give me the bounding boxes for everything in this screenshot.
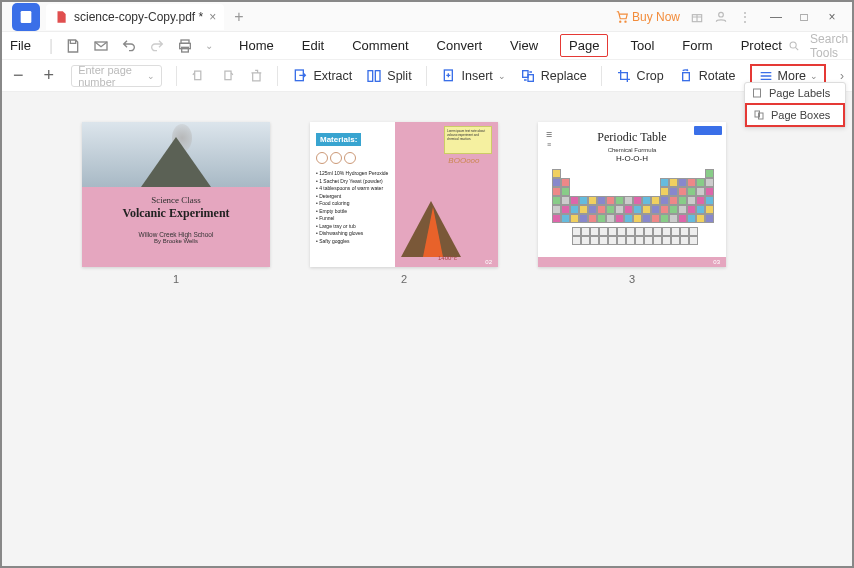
pdf-icon (54, 10, 68, 24)
maximize-button[interactable]: □ (790, 3, 818, 31)
replace-button[interactable]: Replace (520, 68, 587, 84)
gift-icon[interactable] (690, 10, 704, 24)
menu-protect[interactable]: Protect (735, 34, 788, 57)
svg-rect-18 (528, 74, 533, 81)
save-icon[interactable] (65, 38, 81, 54)
insert-button[interactable]: Insert ⌄ (441, 68, 506, 84)
svg-point-2 (625, 21, 626, 22)
page-number-input[interactable]: Enter page number ⌄ (71, 65, 162, 87)
avatar-icon[interactable] (714, 10, 728, 24)
split-icon (366, 68, 382, 84)
redo-icon[interactable] (149, 38, 165, 54)
menu-convert[interactable]: Convert (431, 34, 489, 57)
zoom-in-button[interactable]: + (41, 65, 58, 86)
chevron-down-icon: ⌄ (498, 71, 506, 81)
page-boxes-item[interactable]: Page Boxes (745, 103, 845, 127)
rotate-left-icon[interactable] (191, 68, 206, 84)
menu-tool[interactable]: Tool (624, 34, 660, 57)
svg-point-9 (790, 41, 796, 47)
menu-page[interactable]: Page (560, 34, 608, 57)
page-toolbar: − + Enter page number ⌄ Extract Split In… (2, 60, 852, 92)
file-menu[interactable]: File (10, 38, 31, 53)
tab-close-icon[interactable]: × (209, 10, 216, 24)
kebab-menu-icon[interactable]: ⋮ (738, 9, 752, 25)
cart-icon (615, 10, 629, 24)
page-thumb-3[interactable]: ☰≡ Periodic Table Chemical Formula H-O-O… (538, 122, 726, 285)
svg-rect-15 (376, 70, 381, 81)
menu-view[interactable]: View (504, 34, 544, 57)
app-logo (12, 3, 40, 31)
page-labels-item[interactable]: Page Labels (745, 83, 845, 103)
rotate-button[interactable]: Rotate (678, 68, 736, 84)
svg-point-1 (620, 21, 621, 22)
thumbnail-area: Science Class Volcanic Experiment Willow… (2, 92, 852, 566)
svg-rect-11 (195, 71, 201, 80)
tab-add-icon[interactable]: + (234, 8, 243, 26)
svg-rect-19 (682, 72, 689, 80)
svg-point-4 (719, 12, 724, 17)
menu-form[interactable]: Form (676, 34, 718, 57)
split-button[interactable]: Split (366, 68, 411, 84)
extract-icon (292, 68, 308, 84)
svg-rect-20 (754, 89, 761, 97)
chevron-down-icon: ⌄ (810, 71, 818, 81)
menubar: File | ⌄ Home Edit Comment Convert View … (2, 32, 852, 60)
label-icon (751, 87, 763, 99)
rotate-icon (678, 68, 694, 84)
delete-icon[interactable] (249, 68, 264, 84)
crop-button[interactable]: Crop (616, 68, 664, 84)
boxes-icon (753, 109, 765, 121)
chevron-down-icon: ⌄ (147, 71, 155, 81)
periodic-table (552, 169, 712, 241)
dropdown-icon[interactable]: ⌄ (205, 40, 213, 51)
close-button[interactable]: × (818, 3, 846, 31)
chevron-right-icon[interactable]: › (840, 69, 844, 83)
insert-icon (441, 68, 457, 84)
minimize-button[interactable]: — (762, 3, 790, 31)
svg-rect-0 (21, 11, 32, 23)
menu-home[interactable]: Home (233, 34, 280, 57)
more-dropdown: Page Labels Page Boxes (744, 82, 846, 128)
rotate-right-icon[interactable] (220, 68, 235, 84)
svg-rect-14 (368, 70, 373, 81)
buy-now-button[interactable]: Buy Now (615, 10, 680, 24)
menu-comment[interactable]: Comment (346, 34, 414, 57)
menu-edit[interactable]: Edit (296, 34, 330, 57)
svg-rect-12 (225, 71, 231, 80)
page-thumb-2[interactable]: Materials: • 125ml 10% Hydrogen Peroxide… (310, 122, 498, 285)
titlebar: science-copy-Copy.pdf * × + Buy Now ⋮ — … (2, 2, 852, 32)
print-icon[interactable] (177, 38, 193, 54)
search-icon[interactable] (788, 38, 800, 54)
replace-icon (520, 68, 536, 84)
undo-icon[interactable] (121, 38, 137, 54)
main-menu: Home Edit Comment Convert View Page Tool… (233, 34, 788, 57)
tab-title: science-copy-Copy.pdf * (74, 10, 203, 24)
svg-rect-17 (522, 70, 527, 77)
badge-icon (694, 126, 722, 135)
document-tab[interactable]: science-copy-Copy.pdf * × (46, 4, 224, 30)
extract-button[interactable]: Extract (292, 68, 352, 84)
search-input[interactable]: Search Tools (810, 32, 854, 60)
crop-icon (616, 68, 632, 84)
zoom-out-button[interactable]: − (10, 65, 27, 86)
mail-icon[interactable] (93, 38, 109, 54)
page-thumb-1[interactable]: Science Class Volcanic Experiment Willow… (82, 122, 270, 285)
